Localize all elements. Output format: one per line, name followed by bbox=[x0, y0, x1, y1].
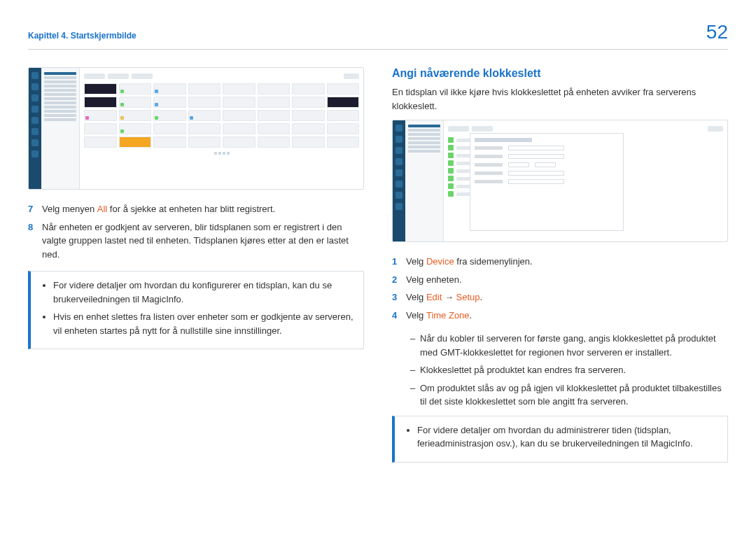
step-8: 8 Når enheten er godkjent av serveren, b… bbox=[28, 220, 364, 262]
highlight-device: Device bbox=[426, 256, 454, 267]
chapter-title: Kapittel 4. Startskjermbilde bbox=[28, 31, 136, 41]
sub-item: Når du kobler til serveren for første ga… bbox=[410, 332, 728, 359]
highlight-setup: Setup bbox=[456, 292, 480, 302]
step-number: 2 bbox=[392, 273, 399, 287]
step-text: Når enheten er godkjent av serveren, bli… bbox=[42, 220, 364, 262]
screenshot-body bbox=[444, 120, 727, 241]
page-number: 52 bbox=[706, 21, 728, 43]
step-number: 1 bbox=[392, 255, 399, 269]
step-text: Velg enheten. bbox=[406, 273, 462, 287]
note-item: Hvis en enhet slettes fra listen over en… bbox=[53, 310, 354, 337]
note-item: For videre detaljer om hvordan du admini… bbox=[417, 423, 718, 451]
arrow-icon: → bbox=[442, 292, 456, 302]
highlight-timezone: Time Zone bbox=[426, 310, 470, 321]
step-3: 3 Velg Edit → Setup. bbox=[392, 290, 728, 304]
section-title: Angi nåværende klokkeslett bbox=[392, 67, 728, 80]
screenshot-list-panel bbox=[41, 68, 80, 189]
sub-item: Om produktet slås av og på igjen vil klo… bbox=[410, 381, 728, 409]
step-number: 4 bbox=[392, 309, 399, 323]
highlight-edit: Edit bbox=[426, 292, 442, 302]
screenshot-settings-view bbox=[392, 120, 728, 242]
screenshot-sidebar bbox=[29, 68, 41, 189]
right-column: Angi nåværende klokkeslett En tidsplan v… bbox=[392, 67, 728, 463]
note-item: For videre detaljer om hvordan du konfig… bbox=[53, 279, 354, 306]
screenshot-popup-panel bbox=[470, 133, 624, 231]
left-note-box: For videre detaljer om hvordan du konfig… bbox=[28, 271, 364, 349]
step-7: 7 Velg menyen All for å sjekke at enhete… bbox=[28, 202, 364, 216]
step-text: Velg menyen All for å sjekke at enheten … bbox=[42, 202, 275, 216]
step-text: Velg Device fra sidemenylinjen. bbox=[406, 255, 533, 269]
step-text: Velg Time Zone. bbox=[406, 309, 472, 323]
step-2: 2 Velg enheten. bbox=[392, 273, 728, 287]
step-1: 1 Velg Device fra sidemenylinjen. bbox=[392, 255, 728, 269]
section-intro: En tidsplan vil ikke kjøre hvis klokkesl… bbox=[392, 85, 728, 113]
screenshot-body bbox=[80, 68, 363, 189]
step-number: 3 bbox=[392, 290, 399, 304]
sub-bullets: Når du kobler til serveren for første ga… bbox=[392, 332, 728, 409]
step-4: 4 Velg Time Zone. bbox=[392, 309, 728, 323]
screenshot-sidebar bbox=[393, 120, 405, 241]
right-note-box: For videre detaljer om hvordan du admini… bbox=[392, 416, 728, 463]
page-header: Kapittel 4. Startskjermbilde 52 bbox=[28, 21, 728, 50]
sub-item: Klokkeslettet på produktet kan endres fr… bbox=[410, 363, 728, 377]
right-step-list: 1 Velg Device fra sidemenylinjen. 2 Velg… bbox=[392, 255, 728, 322]
screenshot-grid-view bbox=[28, 67, 364, 190]
step-number: 8 bbox=[28, 220, 35, 262]
content-columns: 7 Velg menyen All for å sjekke at enhete… bbox=[28, 67, 728, 463]
left-step-list: 7 Velg menyen All for å sjekke at enhete… bbox=[28, 202, 364, 261]
step-number: 7 bbox=[28, 202, 35, 216]
left-column: 7 Velg menyen All for å sjekke at enhete… bbox=[28, 67, 364, 463]
highlight-all: All bbox=[97, 204, 107, 214]
screenshot-list-panel bbox=[405, 120, 444, 241]
step-text: Velg Edit → Setup. bbox=[406, 290, 482, 304]
